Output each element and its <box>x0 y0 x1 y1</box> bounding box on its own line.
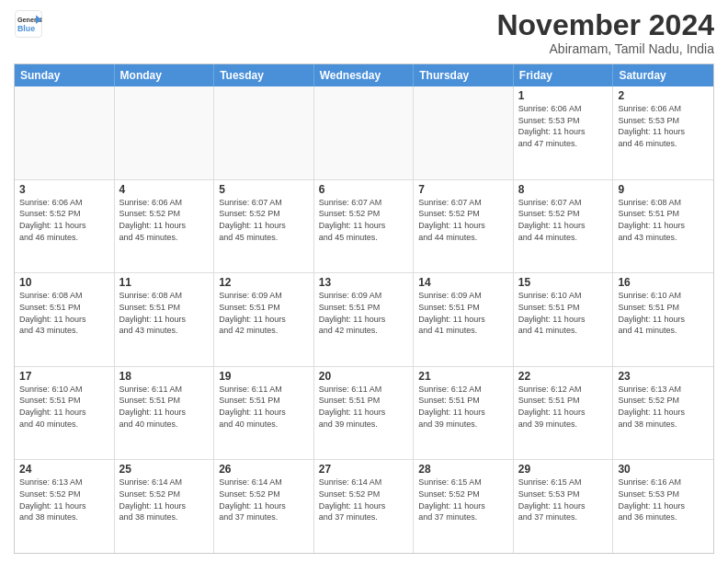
title-block: November 2024 Abiramam, Tamil Nadu, Indi… <box>496 9 714 56</box>
day-cell-3: 3Sunrise: 6:06 AM Sunset: 5:52 PM Daylig… <box>15 180 115 273</box>
day-cell-26: 26Sunrise: 6:14 AM Sunset: 5:52 PM Dayli… <box>214 460 314 553</box>
day-cell-6: 6Sunrise: 6:07 AM Sunset: 5:52 PM Daylig… <box>314 180 415 273</box>
calendar-row-2: 3Sunrise: 6:06 AM Sunset: 5:52 PM Daylig… <box>15 179 713 273</box>
day-number: 19 <box>219 370 309 383</box>
day-cell-28: 28Sunrise: 6:15 AM Sunset: 5:52 PM Dayli… <box>414 460 514 553</box>
day-number: 5 <box>219 183 309 196</box>
day-number: 21 <box>418 370 508 383</box>
day-info: Sunrise: 6:13 AM Sunset: 5:52 PM Dayligh… <box>618 384 709 430</box>
day-number: 2 <box>618 89 709 102</box>
day-info: Sunrise: 6:06 AM Sunset: 5:52 PM Dayligh… <box>119 197 210 243</box>
day-info: Sunrise: 6:15 AM Sunset: 5:52 PM Dayligh… <box>418 477 508 523</box>
day-number: 18 <box>119 370 210 383</box>
day-number: 14 <box>418 276 508 289</box>
location: Abiramam, Tamil Nadu, India <box>496 41 714 56</box>
day-info: Sunrise: 6:10 AM Sunset: 5:51 PM Dayligh… <box>618 290 709 336</box>
day-cell-4: 4Sunrise: 6:06 AM Sunset: 5:52 PM Daylig… <box>115 180 215 273</box>
day-info: Sunrise: 6:08 AM Sunset: 5:51 PM Dayligh… <box>119 290 210 336</box>
calendar: SundayMondayTuesdayWednesdayThursdayFrid… <box>14 63 714 554</box>
day-header-saturday: Saturday <box>613 64 713 86</box>
day-cell-30: 30Sunrise: 6:16 AM Sunset: 5:53 PM Dayli… <box>613 460 713 553</box>
day-number: 7 <box>418 183 508 196</box>
day-header-thursday: Thursday <box>414 64 514 86</box>
day-info: Sunrise: 6:07 AM Sunset: 5:52 PM Dayligh… <box>518 197 609 243</box>
calendar-row-4: 17Sunrise: 6:10 AM Sunset: 5:51 PM Dayli… <box>15 366 713 460</box>
day-info: Sunrise: 6:11 AM Sunset: 5:51 PM Dayligh… <box>119 384 210 430</box>
empty-cell <box>214 86 314 179</box>
day-cell-29: 29Sunrise: 6:15 AM Sunset: 5:53 PM Dayli… <box>514 460 614 553</box>
empty-cell <box>15 86 115 179</box>
day-info: Sunrise: 6:06 AM Sunset: 5:53 PM Dayligh… <box>618 103 709 149</box>
day-number: 10 <box>19 276 109 289</box>
header: General Blue November 2024 Abiramam, Tam… <box>14 9 714 56</box>
day-info: Sunrise: 6:12 AM Sunset: 5:51 PM Dayligh… <box>418 384 508 430</box>
day-info: Sunrise: 6:10 AM Sunset: 5:51 PM Dayligh… <box>19 384 109 430</box>
day-header-tuesday: Tuesday <box>214 64 314 86</box>
day-cell-23: 23Sunrise: 6:13 AM Sunset: 5:52 PM Dayli… <box>613 367 713 460</box>
day-info: Sunrise: 6:11 AM Sunset: 5:51 PM Dayligh… <box>319 384 409 430</box>
day-number: 4 <box>119 183 210 196</box>
day-cell-7: 7Sunrise: 6:07 AM Sunset: 5:52 PM Daylig… <box>414 180 514 273</box>
day-number: 25 <box>119 463 210 476</box>
empty-cell <box>414 86 514 179</box>
day-number: 16 <box>618 276 709 289</box>
day-info: Sunrise: 6:08 AM Sunset: 5:51 PM Dayligh… <box>19 290 109 336</box>
day-cell-11: 11Sunrise: 6:08 AM Sunset: 5:51 PM Dayli… <box>115 273 215 366</box>
month-title: November 2024 <box>496 9 714 41</box>
day-number: 28 <box>418 463 508 476</box>
day-number: 13 <box>319 276 409 289</box>
day-info: Sunrise: 6:07 AM Sunset: 5:52 PM Dayligh… <box>219 197 309 243</box>
day-cell-24: 24Sunrise: 6:13 AM Sunset: 5:52 PM Dayli… <box>15 460 115 553</box>
day-info: Sunrise: 6:10 AM Sunset: 5:51 PM Dayligh… <box>518 290 609 336</box>
day-info: Sunrise: 6:09 AM Sunset: 5:51 PM Dayligh… <box>418 290 508 336</box>
day-number: 9 <box>618 183 709 196</box>
day-info: Sunrise: 6:06 AM Sunset: 5:53 PM Dayligh… <box>518 103 609 149</box>
day-cell-5: 5Sunrise: 6:07 AM Sunset: 5:52 PM Daylig… <box>214 180 314 273</box>
day-number: 11 <box>119 276 210 289</box>
calendar-row-3: 10Sunrise: 6:08 AM Sunset: 5:51 PM Dayli… <box>15 272 713 366</box>
day-number: 23 <box>618 370 709 383</box>
day-info: Sunrise: 6:14 AM Sunset: 5:52 PM Dayligh… <box>319 477 409 523</box>
day-cell-2: 2Sunrise: 6:06 AM Sunset: 5:53 PM Daylig… <box>613 86 713 179</box>
day-number: 27 <box>319 463 409 476</box>
day-header-sunday: Sunday <box>15 64 115 86</box>
calendar-body: 1Sunrise: 6:06 AM Sunset: 5:53 PM Daylig… <box>15 86 713 553</box>
day-info: Sunrise: 6:07 AM Sunset: 5:52 PM Dayligh… <box>319 197 409 243</box>
day-cell-22: 22Sunrise: 6:12 AM Sunset: 5:51 PM Dayli… <box>514 367 614 460</box>
day-cell-18: 18Sunrise: 6:11 AM Sunset: 5:51 PM Dayli… <box>115 367 215 460</box>
day-number: 20 <box>319 370 409 383</box>
day-info: Sunrise: 6:14 AM Sunset: 5:52 PM Dayligh… <box>219 477 309 523</box>
day-cell-9: 9Sunrise: 6:08 AM Sunset: 5:51 PM Daylig… <box>613 180 713 273</box>
day-cell-27: 27Sunrise: 6:14 AM Sunset: 5:52 PM Dayli… <box>314 460 415 553</box>
day-number: 22 <box>518 370 609 383</box>
empty-cell <box>314 86 415 179</box>
logo: General Blue <box>14 9 43 39</box>
day-info: Sunrise: 6:06 AM Sunset: 5:52 PM Dayligh… <box>19 197 109 243</box>
svg-text:Blue: Blue <box>17 24 35 33</box>
day-cell-21: 21Sunrise: 6:12 AM Sunset: 5:51 PM Dayli… <box>414 367 514 460</box>
day-number: 26 <box>219 463 309 476</box>
day-cell-25: 25Sunrise: 6:14 AM Sunset: 5:52 PM Dayli… <box>115 460 215 553</box>
day-info: Sunrise: 6:12 AM Sunset: 5:51 PM Dayligh… <box>518 384 609 430</box>
day-number: 6 <box>319 183 409 196</box>
day-info: Sunrise: 6:09 AM Sunset: 5:51 PM Dayligh… <box>319 290 409 336</box>
day-cell-13: 13Sunrise: 6:09 AM Sunset: 5:51 PM Dayli… <box>314 273 415 366</box>
day-cell-10: 10Sunrise: 6:08 AM Sunset: 5:51 PM Dayli… <box>15 273 115 366</box>
day-info: Sunrise: 6:11 AM Sunset: 5:51 PM Dayligh… <box>219 384 309 430</box>
day-number: 8 <box>518 183 609 196</box>
day-number: 15 <box>518 276 609 289</box>
day-cell-14: 14Sunrise: 6:09 AM Sunset: 5:51 PM Dayli… <box>414 273 514 366</box>
day-info: Sunrise: 6:16 AM Sunset: 5:53 PM Dayligh… <box>618 477 709 523</box>
day-number: 29 <box>518 463 609 476</box>
day-cell-16: 16Sunrise: 6:10 AM Sunset: 5:51 PM Dayli… <box>613 273 713 366</box>
day-info: Sunrise: 6:15 AM Sunset: 5:53 PM Dayligh… <box>518 477 609 523</box>
day-cell-15: 15Sunrise: 6:10 AM Sunset: 5:51 PM Dayli… <box>514 273 614 366</box>
calendar-header: SundayMondayTuesdayWednesdayThursdayFrid… <box>15 64 713 86</box>
empty-cell <box>115 86 215 179</box>
day-number: 24 <box>19 463 109 476</box>
day-header-friday: Friday <box>514 64 614 86</box>
day-header-monday: Monday <box>115 64 215 86</box>
day-cell-17: 17Sunrise: 6:10 AM Sunset: 5:51 PM Dayli… <box>15 367 115 460</box>
day-info: Sunrise: 6:07 AM Sunset: 5:52 PM Dayligh… <box>418 197 508 243</box>
day-info: Sunrise: 6:13 AM Sunset: 5:52 PM Dayligh… <box>19 477 109 523</box>
